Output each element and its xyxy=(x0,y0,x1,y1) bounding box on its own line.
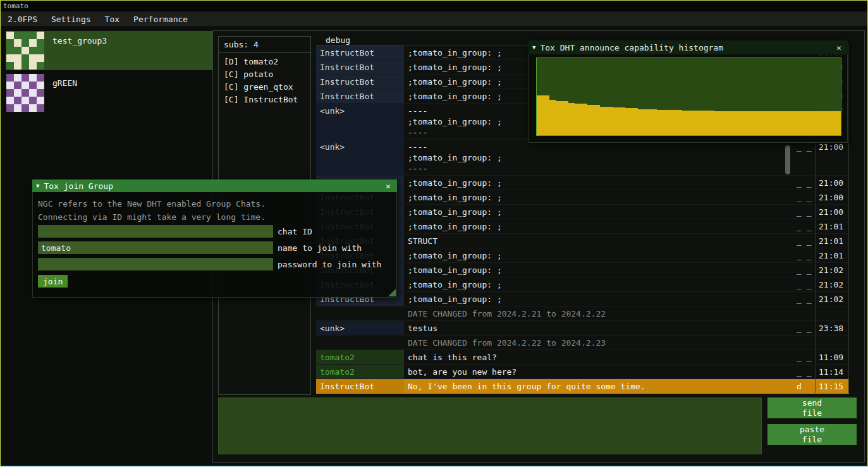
message-flags: _ _ xyxy=(793,248,816,262)
chat-scrollbar[interactable] xyxy=(785,145,790,174)
paste-file-button[interactable]: paste file xyxy=(767,424,857,445)
contact-item-gREEN[interactable]: gREEN xyxy=(6,73,212,112)
member-item[interactable]: [D] tomato2 xyxy=(219,56,310,68)
contact-list: test_group3gREEN xyxy=(6,31,212,116)
sender-name: InstructBot xyxy=(316,45,404,59)
message-flags: _ _ xyxy=(793,277,816,291)
message-time: 21:02 xyxy=(816,263,849,277)
message-time: 21:01 xyxy=(816,234,849,248)
resize-grip[interactable] xyxy=(388,289,396,296)
chat-id-input[interactable] xyxy=(38,225,273,238)
sender-name: InstructBot xyxy=(316,89,404,103)
histogram-bar xyxy=(549,100,556,135)
histogram-bar xyxy=(676,110,682,135)
message-text: testus xyxy=(404,321,793,335)
message-flags: _ _ xyxy=(793,176,816,190)
sender-name xyxy=(316,336,404,349)
histogram-bar xyxy=(644,109,651,135)
menu-performance[interactable]: Performance xyxy=(126,12,195,27)
tab-debug[interactable]: debug xyxy=(326,35,350,45)
chat-message-row[interactable]: <unk>testus_ _23:38 xyxy=(316,321,849,336)
histogram-bar xyxy=(695,111,701,135)
histogram-bar xyxy=(682,111,688,135)
histogram-bar xyxy=(663,110,669,135)
message-flags: d xyxy=(793,379,816,393)
message-flags: _ _ xyxy=(793,350,816,364)
collapse-arrow-icon[interactable]: ▼ xyxy=(532,44,535,51)
chat-message-row[interactable]: tomato2chat is this real?_ _11:09 xyxy=(316,350,849,365)
message-text: STRUCT xyxy=(404,234,793,248)
avatar xyxy=(6,74,44,112)
chat-message-row[interactable]: InstructBotNo, I've been in this group f… xyxy=(316,379,849,394)
dht-histogram-window: ▼ Tox DHT announce capability histogram … xyxy=(529,40,848,143)
histogram-bar xyxy=(771,111,778,135)
contact-name: test_group3 xyxy=(45,31,107,45)
join-button[interactable]: join xyxy=(38,275,68,288)
message-text: ;tomato_in_group: ; xyxy=(404,219,793,233)
histogram-bar xyxy=(581,104,587,135)
histogram-bar xyxy=(714,111,720,135)
message-time: 11:09 xyxy=(816,350,849,364)
chat-message-row[interactable]: tomato2bot, are you new here?_ _11:14 xyxy=(316,365,849,379)
collapse-arrow-icon[interactable]: ▼ xyxy=(36,183,39,189)
message-text: No, I've been in this group for quite so… xyxy=(404,379,793,393)
system-text: DATE CHANGED from 2024.2.22 to 2024.2.23 xyxy=(404,336,793,349)
histogram-bar xyxy=(575,104,581,135)
menu-settings[interactable]: Settings xyxy=(44,12,98,27)
menubar: 2.0FPS Settings Tox Performance xyxy=(1,12,867,27)
member-item[interactable]: [C] potato xyxy=(219,68,310,81)
fps-counter: 2.0FPS xyxy=(1,12,44,27)
chat-system-row[interactable]: DATE CHANGED from 2024.2.22 to 2024.2.23 xyxy=(316,336,849,350)
sender-name: InstructBot xyxy=(316,75,404,88)
message-text: bot, are you new here? xyxy=(404,365,793,379)
message-text: ;tomato_in_group: ; xyxy=(404,292,793,306)
member-item[interactable]: [C] InstructBot xyxy=(219,94,310,106)
message-text: ---- ;tomato_in_group: ; ---- xyxy=(404,140,793,175)
histogram-bar xyxy=(657,110,663,135)
join-info-2: Connecting via ID might take a very long… xyxy=(38,210,391,224)
message-flags: _ _ xyxy=(793,234,816,248)
sender-name: <unk> xyxy=(316,140,404,175)
message-flags: _ _ xyxy=(793,321,816,335)
app-window: tomato 2.0FPS Settings Tox Performance t… xyxy=(0,0,868,467)
contact-item-test_group3[interactable]: test_group3 xyxy=(6,31,212,70)
join-titlebar[interactable]: ▼ Tox join Group × xyxy=(32,179,397,192)
sender-name: tomato2 xyxy=(316,350,404,364)
menu-tox[interactable]: Tox xyxy=(98,12,126,27)
histogram-plot xyxy=(536,58,841,136)
chat-message-row[interactable]: <unk>---- ;tomato_in_group: ; ----_ _21:… xyxy=(316,140,849,176)
close-icon[interactable]: × xyxy=(383,181,393,191)
message-time: 21:02 xyxy=(816,277,849,291)
message-input[interactable] xyxy=(218,397,762,454)
join-name-input[interactable] xyxy=(38,241,273,254)
join-password-input[interactable] xyxy=(38,258,273,270)
message-time: 21:00 xyxy=(816,140,849,175)
sender-name: <unk> xyxy=(316,321,404,335)
histogram-bar xyxy=(828,111,834,135)
histogram-bar xyxy=(619,107,625,135)
histogram-bar xyxy=(790,111,797,135)
message-text: ;tomato_in_group: ; xyxy=(404,205,793,219)
members-count: subs: 4 xyxy=(219,40,310,52)
member-item[interactable]: [C] green_qtox xyxy=(219,81,310,94)
histogram-bar xyxy=(688,111,695,135)
sender-name xyxy=(316,306,404,320)
histogram-bar xyxy=(822,111,828,135)
message-time xyxy=(816,336,849,349)
message-time: 23:38 xyxy=(816,321,849,335)
histogram-bar xyxy=(568,103,575,135)
join-body: NGC refers to the New DHT enabled Group … xyxy=(32,192,397,298)
histogram-titlebar[interactable]: ▼ Tox DHT announce capability histogram … xyxy=(529,40,848,54)
histogram-bar xyxy=(556,101,562,135)
message-time: 21:01 xyxy=(816,219,849,233)
titlebar[interactable]: tomato xyxy=(1,1,867,12)
close-icon[interactable]: × xyxy=(834,43,844,52)
histogram-bar xyxy=(752,111,759,135)
join-title: Tox join Group xyxy=(44,181,379,191)
chat-system-row[interactable]: DATE CHANGED from 2024.2.21 to 2024.2.22 xyxy=(316,306,849,321)
avatar xyxy=(6,32,44,70)
message-text: ;tomato_in_group: ; xyxy=(404,176,793,190)
histogram-bar xyxy=(816,111,822,135)
send-file-button[interactable]: send file xyxy=(767,397,857,418)
histogram-body xyxy=(529,54,848,143)
